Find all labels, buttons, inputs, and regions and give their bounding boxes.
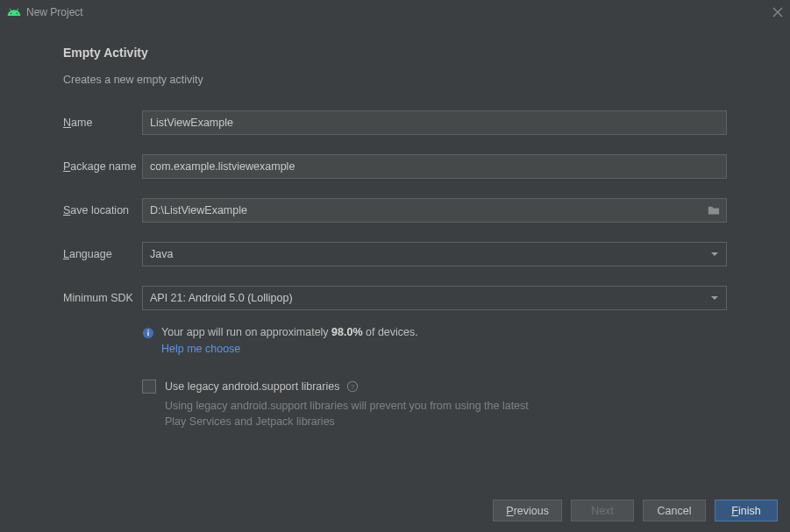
- browse-folder-icon[interactable]: [706, 202, 722, 218]
- titlebar: New Project: [0, 0, 790, 25]
- close-icon[interactable]: [772, 7, 783, 18]
- svg-text:?: ?: [351, 383, 355, 391]
- finish-button[interactable]: Finish: [715, 500, 778, 521]
- legacy-libs-subtext: Using legacy android.support libraries w…: [165, 399, 533, 429]
- page-title: Empty Activity: [63, 46, 727, 60]
- minsdk-value: API 21: Android 5.0 (Lollipop): [150, 292, 293, 304]
- language-select[interactable]: Java: [142, 242, 727, 266]
- help-icon[interactable]: ?: [346, 380, 359, 393]
- compat-text: Your app will run on approximately 98.0%…: [161, 326, 418, 338]
- minsdk-select[interactable]: API 21: Android 5.0 (Lollipop): [142, 286, 727, 310]
- language-value: Java: [150, 248, 173, 260]
- info-icon: [142, 327, 154, 339]
- help-me-choose-link[interactable]: Help me choose: [161, 343, 240, 355]
- svg-rect-1: [147, 332, 148, 336]
- next-button: Next: [571, 500, 634, 521]
- chevron-down-icon: [710, 250, 719, 259]
- language-label: Language: [63, 248, 142, 260]
- minsdk-label: Minimum SDK: [63, 292, 142, 304]
- name-input[interactable]: [142, 110, 727, 135]
- name-label: Name: [63, 117, 142, 129]
- android-icon: [7, 5, 21, 19]
- window-title: New Project: [26, 6, 83, 18]
- save-location-label: Save location: [63, 204, 142, 216]
- compat-info: Your app will run on approximately 98.0%…: [142, 326, 727, 355]
- package-input[interactable]: [142, 154, 727, 179]
- save-location-input[interactable]: [142, 198, 727, 223]
- package-label: Package name: [63, 160, 142, 173]
- chevron-down-icon: [710, 294, 719, 302]
- svg-rect-2: [147, 330, 148, 331]
- previous-button[interactable]: Previous: [493, 500, 562, 521]
- cancel-button[interactable]: Cancel: [643, 500, 706, 521]
- page-description: Creates a new empty activity: [63, 74, 727, 86]
- button-bar: Previous Next Cancel Finish: [493, 500, 778, 521]
- legacy-libs-label: Use legacy android.support libraries ?: [165, 380, 359, 393]
- legacy-libs-checkbox[interactable]: [142, 379, 156, 394]
- dialog-content: Empty Activity Creates a new empty activ…: [0, 25, 790, 429]
